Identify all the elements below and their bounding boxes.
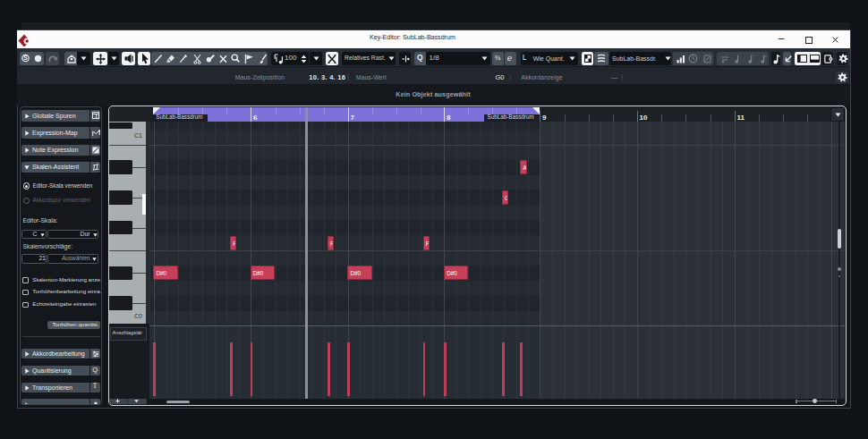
- svg-text:S: S: [23, 55, 28, 61]
